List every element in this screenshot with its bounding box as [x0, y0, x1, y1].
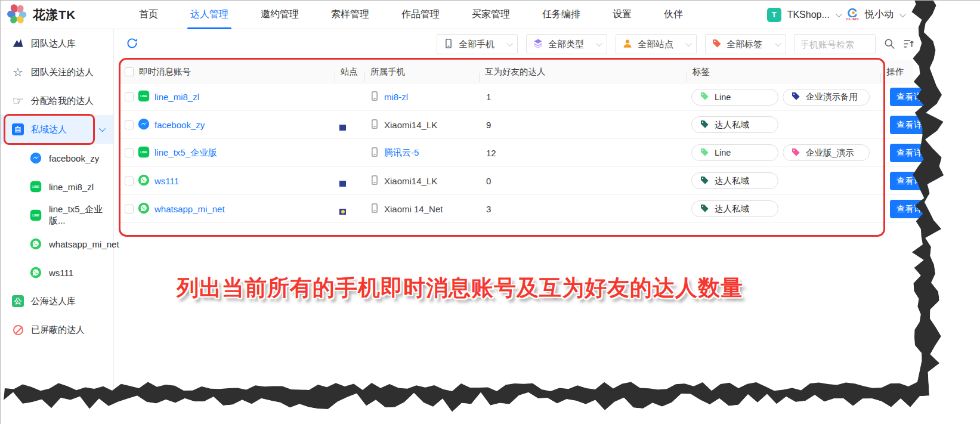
nav-item-label: 作品管理: [401, 8, 440, 21]
tag-icon: [712, 38, 722, 50]
nav-item-5[interactable]: 作品管理: [385, 1, 456, 29]
sidebar-item-9[interactable]: ws111: [1, 258, 113, 287]
sidebar-item-11[interactable]: 已屏蔽的达人: [1, 315, 113, 344]
nav-item-9[interactable]: 伙伴: [648, 1, 699, 29]
sidebar-item-7[interactable]: LINEline_tx5_企业版...: [1, 201, 113, 230]
sidebar-item-label: line_mi8_zl: [49, 182, 94, 192]
sort-icon[interactable]: [902, 38, 915, 52]
phone-name: Xiaomi14_LK: [384, 120, 437, 130]
sidebar-item-3[interactable]: ☞分配给我的达人: [1, 86, 113, 115]
sidebar-item-label: facebook_zy: [49, 153, 99, 163]
phone-name[interactable]: mi8-zl: [384, 92, 408, 102]
filter-select-3[interactable]: 全部站点: [616, 34, 697, 54]
account-link[interactable]: ws111: [154, 176, 179, 186]
sidebar-item-5[interactable]: facebook_zy: [1, 144, 113, 172]
sidebar-item-4[interactable]: 自私域达人: [1, 115, 113, 144]
column-header: 互为好友的达人: [484, 66, 691, 78]
line-icon: LINE: [29, 209, 42, 221]
sidebar-item-1[interactable]: 团队达人库: [1, 29, 113, 58]
table-row: LINEline_mi8_zlmi8-zl1Line企业演示备用查看详情: [120, 83, 913, 111]
nav-item-label: 买家管理: [472, 8, 510, 21]
sidebar-item-8[interactable]: whatsapp_mi_net: [1, 230, 113, 258]
sidebar: 团队达人库☆团队关注的达人☞分配给我的达人自私域达人facebook_zyLIN…: [1, 29, 114, 424]
flower-logo-icon: [7, 3, 28, 27]
filter-select-1[interactable]: 全部手机: [437, 34, 518, 54]
chevron-down-icon: [596, 40, 602, 47]
account-link[interactable]: whatsapp_mi_net: [154, 204, 225, 214]
tag-pill[interactable]: Line: [691, 89, 778, 106]
account-link[interactable]: line_tx5_企业版: [154, 147, 217, 159]
account-link[interactable]: facebook_zy: [154, 120, 205, 130]
tag-label: 企业演示备用: [806, 91, 858, 103]
user-name[interactable]: 悦小动: [865, 8, 894, 21]
row-checkbox[interactable]: [125, 148, 134, 157]
tag-icon: [791, 91, 800, 103]
tag-pill[interactable]: 达人私域: [691, 172, 778, 189]
phone-icon: [369, 147, 380, 159]
friend-count: 1: [484, 92, 691, 102]
friend-count: 9: [484, 120, 691, 130]
nav-item-2[interactable]: 达人管理: [174, 1, 245, 29]
sidebar-item-2[interactable]: ☆团队关注的达人: [1, 58, 113, 86]
tag-label: 达人私域: [715, 175, 749, 187]
sidebar-item-label: 公海达人库: [31, 296, 76, 307]
workspace-chevron-down-icon[interactable]: [836, 10, 842, 17]
whatsapp-icon: [138, 202, 150, 216]
svg-text:LINE: LINE: [32, 185, 39, 188]
row-checkbox[interactable]: [125, 120, 134, 129]
view-detail-button[interactable]: 查看详情: [890, 116, 938, 134]
refresh-icon[interactable]: [126, 37, 138, 52]
phone-name: Xiaomi 14_Net: [384, 204, 443, 214]
phone-name[interactable]: 腾讯云-5: [384, 147, 419, 159]
filter-select-4[interactable]: 全部标签: [705, 34, 786, 54]
nav-item-3[interactable]: 邀约管理: [245, 1, 315, 29]
view-detail-button[interactable]: 查看详情: [890, 172, 938, 190]
column-header: 即时消息账号: [138, 66, 339, 78]
tag-label: 达人私域: [715, 203, 749, 215]
tag-pill[interactable]: 达人私域: [691, 200, 778, 217]
tag-pill[interactable]: 企业版_演示: [783, 144, 870, 161]
phone-icon: [369, 91, 380, 103]
nav-item-7[interactable]: 任务编排: [526, 1, 596, 29]
user-chevron-down-icon[interactable]: [899, 10, 906, 17]
row-checkbox[interactable]: [125, 205, 134, 213]
filter-select-2[interactable]: 全部类型: [526, 34, 607, 54]
view-detail-button[interactable]: 查看详情: [890, 88, 938, 106]
search-field-wrap: [794, 34, 876, 54]
view-detail-button[interactable]: 查看详情: [890, 200, 938, 218]
table-row: LINEline_tx5_企业版腾讯云-512Line企业版_演示查看详情: [120, 139, 913, 167]
tag-icon: [700, 175, 709, 187]
layers-icon: [533, 38, 543, 51]
search-input[interactable]: [794, 34, 876, 54]
nav-item-label: 首页: [139, 8, 158, 21]
chevron-down-icon: [506, 40, 513, 47]
star-icon: ☆: [11, 65, 24, 79]
sidebar-item-6[interactable]: LINEline_mi8_zl: [1, 172, 113, 201]
nav-item-label: 索样管理: [331, 8, 369, 21]
tag-pill[interactable]: Line: [691, 144, 778, 161]
tag-pill[interactable]: 企业演示备用: [783, 89, 870, 106]
select-all-checkbox[interactable]: [125, 67, 134, 76]
toolbar: 全部手机全部类型全部站点全部标签: [114, 29, 980, 58]
nav-item-4[interactable]: 索样管理: [315, 1, 385, 29]
nav-item-6[interactable]: 买家管理: [456, 1, 526, 29]
row-checkbox[interactable]: [125, 177, 134, 185]
filter-label: 全部标签: [727, 39, 762, 50]
search-icon[interactable]: [883, 38, 896, 52]
workspace-name[interactable]: TKShop...: [787, 10, 830, 20]
friend-count: 12: [484, 148, 691, 158]
messenger-icon: [29, 152, 42, 164]
sidebar-item-label: line_tx5_企业版...: [49, 204, 113, 227]
sidebar-item-10[interactable]: 公公海达人库: [1, 287, 113, 315]
account-link[interactable]: line_mi8_zl: [154, 92, 199, 102]
workspace-avatar: T: [767, 8, 781, 22]
nav-item-1[interactable]: 首页: [123, 1, 174, 29]
nav-item-8[interactable]: 设置: [596, 1, 648, 29]
accounts-table: 即时消息账号站点所属手机互为好友的达人标签操作 LINEline_mi8_zlm…: [120, 60, 913, 223]
row-checkbox[interactable]: [125, 92, 134, 101]
chevron-down-icon[interactable]: [99, 125, 106, 132]
view-detail-button[interactable]: 查看详情: [890, 144, 938, 162]
tag-pill[interactable]: 达人私域: [691, 116, 778, 133]
whatsapp-icon: [138, 174, 150, 188]
tag-label: 达人私域: [715, 119, 749, 131]
